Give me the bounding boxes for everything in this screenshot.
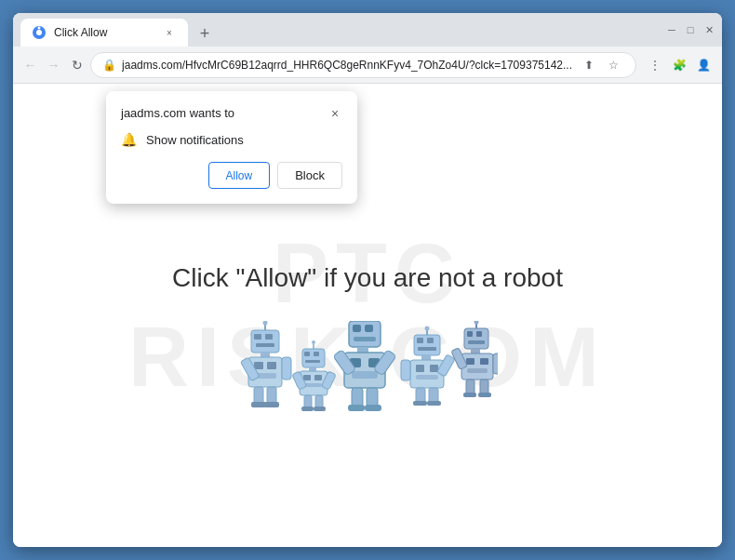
svg-rect-60 [421,355,431,360]
extension-button[interactable]: 🧩 [668,54,690,76]
svg-rect-38 [353,325,361,332]
svg-point-76 [474,321,479,325]
page-content: PTC RISK.COM jaadms.com wants to × 🔔 Sho… [13,84,722,547]
svg-rect-52 [348,405,365,411]
svg-rect-28 [303,375,311,380]
svg-rect-69 [413,401,427,406]
svg-rect-65 [401,360,410,380]
address-bar: ← → ↻ 🔒 jaadms.com/HfvcMrC69B12aqrrd_HHR… [13,47,722,84]
svg-point-59 [425,327,430,331]
tab-close-button[interactable]: × [162,25,177,40]
svg-rect-29 [314,375,322,380]
svg-rect-68 [429,388,438,403]
robots-image [237,321,498,423]
minimize-button[interactable]: ─ [666,24,677,35]
svg-point-25 [312,340,315,344]
maximize-button[interactable]: □ [685,24,696,35]
svg-rect-50 [352,388,363,407]
tab-title: Click Allow [54,26,154,39]
svg-rect-19 [264,402,279,407]
url-bar[interactable]: 🔒 jaadms.com/HfvcMrC69B12aqrrd_HHR6QC8ge… [90,52,636,78]
svg-rect-86 [463,393,476,397]
browser-menu-button[interactable]: ⋮ [644,54,666,76]
svg-rect-85 [480,380,488,394]
svg-rect-47 [352,371,378,379]
lock-icon: 🔒 [102,59,116,72]
svg-rect-73 [476,331,482,337]
bell-icon: 🔔 [121,132,137,147]
svg-rect-70 [427,401,441,406]
browser-window: Click Allow × + ─ □ ✕ ← → ↻ 🔒 jaadms.com… [13,13,722,547]
permission-text: Show notifications [146,133,244,147]
svg-rect-34 [315,395,323,408]
tab-strip: Click Allow × + [20,13,666,47]
svg-rect-79 [466,358,474,365]
url-text: jaadms.com/HfvcMrC69B12aqrrd_HHR6QC8geRn… [122,59,572,72]
new-tab-button[interactable]: + [192,20,218,47]
svg-rect-26 [309,367,316,371]
svg-rect-67 [416,388,425,403]
svg-rect-61 [410,360,444,388]
svg-rect-11 [254,362,263,369]
svg-rect-35 [301,407,314,411]
back-button[interactable]: ← [20,52,40,78]
svg-rect-74 [468,340,485,344]
bookmark-button[interactable]: ☆ [602,54,624,76]
svg-rect-15 [282,357,291,380]
svg-point-1 [36,30,42,35]
block-button[interactable]: Block [277,162,342,189]
svg-rect-55 [417,338,423,343]
tab-favicon [32,25,47,40]
popup-permission: 🔔 Show notifications [121,132,342,147]
svg-rect-22 [314,352,319,356]
page-main: Click "Allow" if you are not a robot [172,263,563,423]
forward-button[interactable]: → [44,52,63,78]
svg-rect-80 [480,358,488,365]
notification-popup: jaadms.com wants to × 🔔 Show notificatio… [106,91,357,204]
svg-rect-40 [354,337,376,341]
svg-rect-57 [418,347,436,351]
popup-header: jaadms.com wants to × [121,106,342,121]
svg-rect-18 [251,402,266,407]
popup-buttons: Allow Block [121,162,342,189]
window-controls: ─ □ ✕ [666,24,715,35]
svg-rect-12 [267,362,276,369]
toolbar-actions: ⋮ 🧩 👤 [644,54,715,76]
svg-rect-63 [430,365,438,372]
active-tab[interactable]: Click Allow × [20,19,188,47]
svg-rect-6 [256,343,274,347]
svg-rect-21 [304,352,310,356]
svg-rect-77 [471,349,480,353]
svg-rect-9 [261,353,270,357]
svg-rect-3 [251,330,279,353]
svg-rect-36 [314,407,326,411]
svg-rect-64 [416,375,438,380]
svg-rect-87 [478,393,491,397]
svg-rect-33 [304,395,312,408]
close-button[interactable]: ✕ [703,24,715,35]
allow-button[interactable]: Allow [208,162,271,189]
svg-rect-51 [367,388,378,407]
refresh-button[interactable]: ↻ [67,52,87,78]
svg-rect-4 [254,334,261,340]
svg-rect-16 [254,387,263,404]
popup-title: jaadms.com wants to [121,106,234,120]
svg-rect-72 [467,331,473,337]
popup-close-button[interactable]: × [327,106,342,121]
profile-button[interactable]: 👤 [692,54,715,76]
svg-rect-81 [467,368,488,373]
svg-rect-17 [267,387,276,404]
title-bar: Click Allow × + ─ □ ✕ [13,13,722,47]
svg-rect-56 [427,338,434,343]
url-actions: ⬆ ☆ [578,54,624,76]
svg-rect-62 [416,365,424,372]
svg-rect-53 [365,405,381,411]
svg-rect-5 [265,334,273,340]
share-button[interactable]: ⬆ [578,54,600,76]
svg-point-8 [263,321,268,326]
robots-container [237,312,498,423]
main-text: Click "Allow" if you are not a robot [172,263,563,293]
svg-rect-23 [305,360,320,363]
svg-rect-43 [357,347,368,353]
svg-rect-37 [349,321,381,347]
